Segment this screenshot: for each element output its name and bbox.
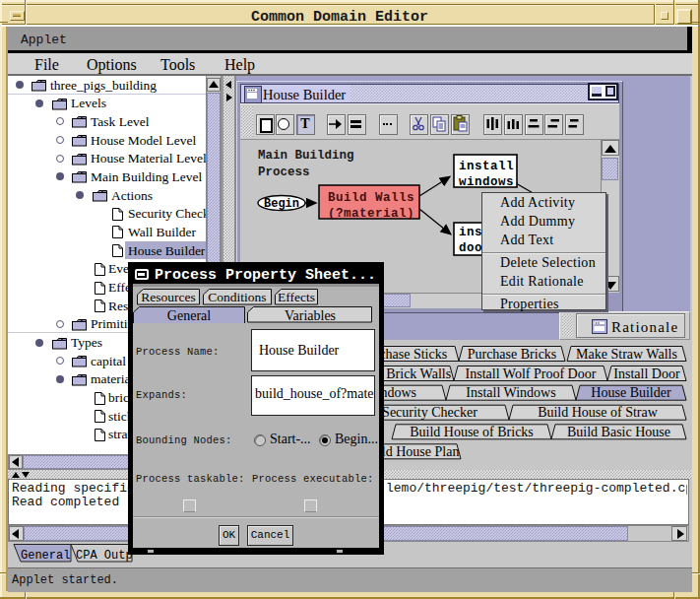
svg-text:Begin: Begin xyxy=(264,197,299,211)
svg-text:Make Straw Walls: Make Straw Walls xyxy=(576,347,677,362)
svg-text:Purchase Bricks: Purchase Bricks xyxy=(468,347,557,362)
svg-text:Main Building: Main Building xyxy=(258,149,354,163)
svg-text:Conditions: Conditions xyxy=(208,290,266,304)
svg-text:House Builder: House Builder xyxy=(591,385,671,400)
svg-text:Variables: Variables xyxy=(285,308,336,323)
svg-text:windows: windows xyxy=(459,175,514,189)
svg-text:Effects: Effects xyxy=(278,290,315,304)
svg-text:General: General xyxy=(21,549,70,563)
svg-text:Build Walls: Build Walls xyxy=(328,191,414,205)
svg-text:install: install xyxy=(459,160,514,173)
svg-text:Install Door: Install Door xyxy=(613,366,680,381)
svg-text:Install Wolf Proof Door: Install Wolf Proof Door xyxy=(466,366,597,381)
svg-text:Build House of Bricks: Build House of Bricks xyxy=(410,425,534,439)
svg-text:Process: Process xyxy=(258,166,310,179)
svg-text:(?material): (?material) xyxy=(328,207,414,221)
svg-text:Resources: Resources xyxy=(141,290,195,304)
svg-text:Security Checker: Security Checker xyxy=(382,405,477,420)
svg-text:Build House of Straw: Build House of Straw xyxy=(538,405,659,420)
svg-text:General: General xyxy=(167,308,211,323)
svg-text:Install Windows: Install Windows xyxy=(466,385,555,400)
svg-text:CPA Outp: CPA Outp xyxy=(76,549,133,563)
svg-text:Build Basic House: Build Basic House xyxy=(567,425,670,439)
